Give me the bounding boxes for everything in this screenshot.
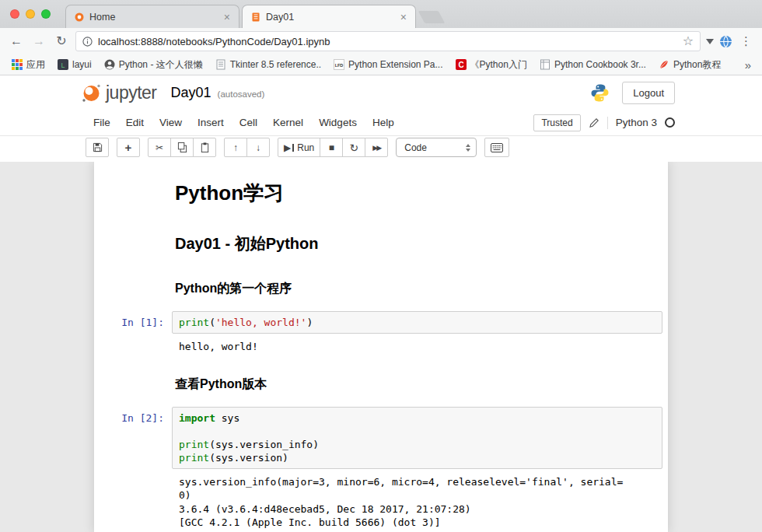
menu-widgets[interactable]: Widgets	[311, 112, 365, 133]
markdown-cell[interactable]: Python的第一个程序	[94, 264, 668, 307]
markdown-content: Python学习	[172, 172, 664, 213]
cell-type-select[interactable]: Code	[396, 138, 477, 157]
bookmark-label: 应用	[26, 58, 45, 72]
bookmark-item[interactable]: 应用	[6, 57, 51, 73]
zoom-window-button[interactable]	[41, 9, 51, 19]
copy-cell-button[interactable]	[170, 138, 194, 157]
svg-text:C: C	[458, 61, 463, 69]
bookmark-item[interactable]: Python教程	[653, 57, 726, 73]
markdown-content: Python的第一个程序	[172, 268, 664, 303]
cell-prompt	[98, 221, 172, 261]
run-label: Run	[297, 142, 314, 153]
markdown-cell[interactable]: Python学习	[94, 168, 668, 217]
extension-globe-icon[interactable]	[719, 35, 732, 48]
menu-items: FileEditViewInsertCellKernelWidgetsHelp	[86, 112, 402, 133]
notebook-scroll-area[interactable]: Python学习Day01 - 初始PythonPython的第一个程序In […	[0, 162, 762, 532]
fast-forward-icon: ▶▶	[372, 144, 380, 152]
back-button[interactable]: ←	[8, 35, 25, 47]
close-window-button[interactable]	[10, 9, 19, 19]
menu-kernel[interactable]: Kernel	[265, 112, 311, 133]
kernel-name: Python 3	[616, 117, 657, 128]
menu-edit[interactable]: Edit	[118, 112, 152, 133]
bookmark-item[interactable]: Llayui	[52, 58, 97, 72]
address-bar[interactable]: localhost:8888/notebooks/PythonCode/Day0…	[75, 31, 701, 51]
edit-mode-pencil-icon	[589, 117, 599, 128]
tab-close-icon[interactable]: ×	[222, 12, 232, 23]
bookmark-item[interactable]: Tkinter 8.5 reference..	[210, 58, 327, 72]
notebook-toolbar: + ✂ ↑ ↓ ▶ Run ■ ↻ ▶▶ Code	[0, 136, 762, 162]
interrupt-kernel-button[interactable]: ■	[320, 138, 343, 157]
bookmark-label: Python - 这个人很懒	[119, 58, 203, 72]
output-prompt	[98, 472, 172, 532]
code-cell[interactable]: In [2]:import sys print(sys.version_info…	[94, 403, 668, 532]
logout-button[interactable]: Logout	[622, 82, 675, 104]
forward-button[interactable]: →	[30, 35, 47, 47]
apps-grid-icon	[12, 59, 23, 70]
page-info-icon[interactable]	[82, 37, 93, 47]
restart-icon: ↻	[349, 142, 358, 153]
notebook-title[interactable]: Day01	[171, 85, 211, 101]
browser-menu-icon[interactable]: ⋮	[738, 34, 754, 48]
menu-help[interactable]: Help	[365, 112, 402, 133]
bookmarks-bar: 应用LlayuiPython - 这个人很懒Tkinter 8.5 refere…	[0, 54, 762, 75]
jupyter-logo-text: jupyter	[106, 82, 157, 103]
command-palette-button[interactable]	[484, 138, 509, 157]
jupyter-logo[interactable]: jupyter	[81, 82, 157, 103]
heading: Day01 - 初始Python	[175, 233, 664, 254]
move-cell-up-button[interactable]: ↑	[224, 138, 247, 157]
downloads-arrow-icon[interactable]	[706, 39, 714, 44]
tab-favicon-icon	[250, 12, 261, 23]
move-cell-down-button[interactable]: ↓	[246, 138, 270, 157]
restart-kernel-button[interactable]: ↻	[342, 138, 365, 157]
paste-cell-button[interactable]	[193, 138, 216, 157]
menu-view[interactable]: View	[152, 112, 190, 133]
tab-close-icon[interactable]: ×	[398, 12, 409, 23]
kernel-idle-icon	[665, 117, 675, 128]
arrow-down-icon: ↓	[256, 143, 260, 152]
code-input-area[interactable]: print('hello, world!')	[172, 311, 662, 334]
tab-strip: Home×Day01×	[0, 0, 762, 28]
scissors-icon: ✂	[156, 143, 163, 152]
input-prompt: In [2]:	[98, 407, 172, 469]
code-input-row: In [2]:import sys print(sys.version_info…	[98, 407, 664, 469]
play-icon: ▶	[284, 143, 291, 152]
markdown-content: 查看Python版本	[172, 364, 664, 399]
save-button[interactable]	[86, 138, 109, 157]
run-cell-button[interactable]: ▶ Run	[278, 138, 320, 157]
markdown-cell[interactable]: 查看Python版本	[94, 360, 668, 403]
bookmark-item[interactable]: Python - 这个人很懒	[99, 57, 208, 73]
tab-label: Home	[89, 12, 217, 23]
notebook-container: Python学习Day01 - 初始PythonPython的第一个程序In […	[94, 162, 668, 532]
reload-button[interactable]: ↻	[53, 35, 70, 47]
menu-cell[interactable]: Cell	[232, 112, 265, 133]
menu-insert[interactable]: Insert	[190, 112, 232, 133]
heading: Python的第一个程序	[175, 281, 664, 297]
restart-run-all-button[interactable]: ▶▶	[365, 138, 388, 157]
code-output-row: hello, world!	[98, 334, 664, 356]
trusted-button[interactable]: Trusted	[533, 114, 580, 131]
c-red-icon: C	[456, 59, 467, 70]
bookmark-label: Python Cookbook 3r...	[554, 59, 646, 70]
bookmark-item[interactable]: C《Python入门	[450, 57, 533, 73]
code-text: import sys print(sys.version_info)print(…	[179, 411, 655, 464]
url-text[interactable]: localhost:8888/notebooks/PythonCode/Day0…	[98, 36, 677, 47]
menu-file[interactable]: File	[86, 112, 118, 133]
bookmark-item[interactable]: LFDPython Extension Pa...	[328, 58, 448, 72]
bookmarks-overflow-icon[interactable]: »	[740, 58, 756, 72]
cell-prompt	[98, 172, 172, 213]
add-cell-button[interactable]: +	[117, 138, 140, 157]
markdown-cell[interactable]: Day01 - 初始Python	[94, 217, 668, 264]
minimize-window-button[interactable]	[26, 9, 35, 19]
jupyter-logo-icon	[81, 82, 102, 103]
bookmark-item[interactable]: Python Cookbook 3r...	[534, 58, 652, 72]
code-cell[interactable]: In [1]:print('hello, world!')hello, worl…	[94, 307, 668, 360]
browser-tab[interactable]: Home×	[65, 5, 239, 28]
cut-cell-button[interactable]: ✂	[148, 138, 171, 157]
code-input-area[interactable]: import sys print(sys.version_info)print(…	[172, 407, 662, 469]
heading: Python学习	[175, 180, 664, 207]
person-icon	[104, 59, 115, 70]
bookmark-star-icon[interactable]: ☆	[683, 35, 694, 47]
lfd-icon: LFD	[334, 59, 344, 70]
new-tab-button[interactable]	[418, 11, 446, 23]
browser-tab[interactable]: Day01×	[242, 5, 416, 28]
